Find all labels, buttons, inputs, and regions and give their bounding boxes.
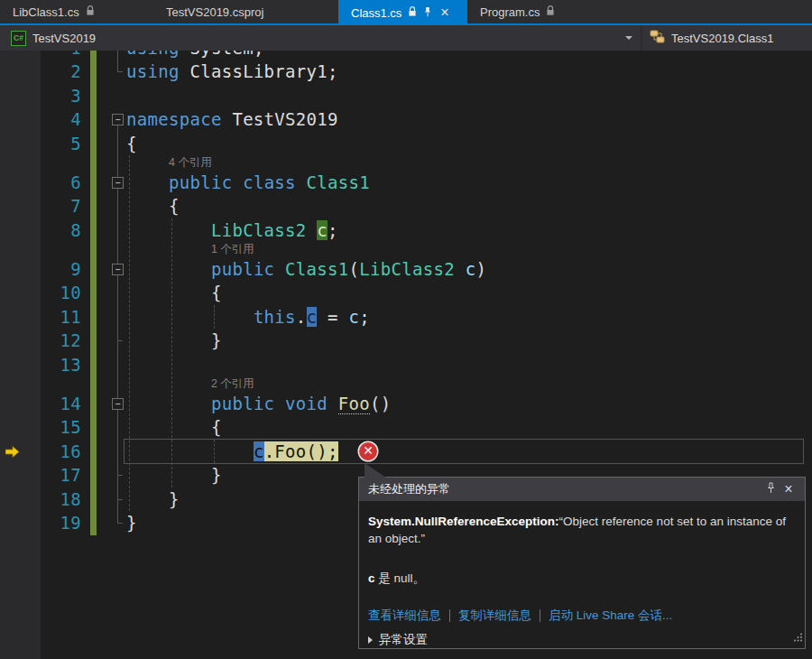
line-number: 10 [0, 281, 81, 305]
line-number: 18 [0, 487, 81, 512]
line-number: 19 [0, 511, 81, 535]
code-text: c.Foo(); [126, 440, 338, 464]
line-number: 2 [0, 60, 81, 84]
tab-label: TestVS2019.csproj [166, 5, 263, 19]
pin-icon[interactable] [423, 6, 432, 20]
pin-icon[interactable] [761, 482, 780, 497]
codelens-references[interactable]: 2 个引用 [211, 376, 254, 392]
code-text: using ClassLibrary1; [126, 60, 338, 84]
navigation-bar: C# TestVS2019 TestVS2019.Class1 [0, 25, 812, 51]
code-line[interactable]: 7 { [0, 194, 812, 218]
exception-popup-body: System.NullReferenceException:“Object re… [359, 501, 805, 648]
code-line[interactable]: 2using ClassLibrary1; [0, 60, 812, 84]
code-text: { [126, 281, 222, 305]
code-line[interactable]: 3 [0, 84, 812, 108]
code-text: { [126, 415, 222, 440]
exception-links: 查看详细信息 复制详细信息 启动 Live Share 会话... [368, 607, 795, 624]
exception-popup: 未经处理的异常 × System.NullReferenceException:… [358, 477, 806, 649]
chevron-down-icon [625, 36, 632, 40]
code-text: LibClass2 c; [126, 218, 338, 243]
code-line[interactable]: 12 } [0, 329, 812, 353]
line-number: 11 [0, 305, 81, 330]
codelens-references[interactable]: 1 个引用 [211, 242, 254, 257]
code-text: public class Class1 [126, 171, 370, 195]
line-number: 9 [0, 257, 81, 282]
project-dropdown[interactable]: C# TestVS2019 [0, 25, 642, 51]
code-line[interactable]: 1using System; [0, 51, 812, 60]
line-number: 8 [0, 218, 81, 243]
live-share-link[interactable]: 启动 Live Share 会话... [549, 607, 672, 624]
popup-callout-arrow [364, 463, 386, 478]
tab-label: Class1.cs [351, 6, 401, 20]
code-line[interactable]: 9− public Class1(LibClass2 c) [0, 257, 812, 282]
tab-label: LibClass1.cs [13, 5, 79, 19]
code-line[interactable]: 14− public void Foo() [0, 392, 812, 416]
project-name: TestVS2019 [32, 32, 96, 45]
code-text: { [126, 194, 180, 218]
code-text: } [126, 329, 222, 353]
line-number: 17 [0, 463, 81, 487]
exception-message: System.NullReferenceException:“Object re… [368, 513, 795, 547]
code-text: using System; [126, 51, 264, 60]
line-number: 14 [0, 392, 81, 416]
line-number: 6 [0, 171, 81, 195]
code-line[interactable]: 8 LibClass2 c; [0, 218, 812, 243]
code-text: } [126, 463, 222, 487]
collapse-box[interactable]: − [112, 177, 124, 189]
lock-icon [86, 5, 95, 19]
document-tab[interactable]: Class1.cs× [338, 0, 467, 25]
code-line[interactable]: 6− public class Class1 [0, 171, 812, 195]
code-line[interactable]: 11 this.c = c; [0, 305, 812, 330]
exception-popup-title: 未经处理的异常 [368, 481, 761, 497]
exception-settings-expander[interactable]: 异常设置 [368, 631, 795, 648]
collapse-box[interactable]: − [112, 264, 124, 275]
line-number: 13 [0, 353, 81, 377]
collapse-box[interactable]: − [112, 398, 124, 410]
tab-bar: LibClass1.csTestVS2019.csprojClass1.cs×P… [0, 0, 812, 25]
exception-type: System.NullReferenceException: [368, 515, 559, 528]
code-text: { [126, 132, 137, 156]
document-tab[interactable]: LibClass1.cs [0, 0, 153, 23]
line-number: 7 [0, 194, 81, 218]
tab-label: Program.cs [480, 5, 540, 19]
line-number: 15 [0, 415, 81, 440]
code-text: } [126, 487, 180, 512]
csharp-project-icon: C# [11, 31, 26, 46]
lock-icon [408, 6, 417, 20]
resize-grip[interactable] [793, 630, 803, 646]
view-details-link[interactable]: 查看详细信息 [368, 607, 441, 624]
code-text: namespace TestVS2019 [126, 107, 338, 132]
line-number: 3 [0, 84, 81, 108]
line-number: 1 [0, 51, 81, 60]
exception-detail: c 是 null。 [368, 570, 795, 587]
code-text: public Class1(LibClass2 c) [126, 257, 486, 282]
codelens-references[interactable]: 4 个引用 [169, 155, 212, 171]
lock-icon [546, 5, 555, 19]
line-number: 4 [0, 107, 81, 132]
code-line[interactable]: 13 [0, 353, 812, 377]
line-number: 5 [0, 132, 81, 156]
code-line[interactable]: 16 c.Foo(); [0, 440, 812, 464]
exception-popup-header: 未经处理的异常 × [359, 478, 805, 501]
code-text: } [126, 511, 137, 535]
type-dropdown[interactable]: TestVS2019.Class1 [642, 25, 812, 51]
class-icon [650, 30, 665, 46]
code-line[interactable]: 4−namespace TestVS2019 [0, 107, 812, 132]
code-line[interactable]: 10 { [0, 281, 812, 305]
document-tab[interactable]: Program.cs [467, 0, 586, 23]
code-line[interactable]: 5{ [0, 132, 812, 156]
line-number: 16 [0, 440, 81, 464]
code-text: this.c = c; [126, 305, 370, 330]
code-line[interactable]: 15 { [0, 415, 812, 440]
collapse-box[interactable]: − [112, 114, 124, 125]
code-text: public void Foo() [126, 392, 392, 416]
expander-triangle-icon [368, 636, 373, 644]
close-icon[interactable]: × [440, 6, 448, 19]
close-icon[interactable]: × [780, 482, 798, 497]
copy-details-link[interactable]: 复制详细信息 [458, 607, 531, 624]
line-number: 12 [0, 329, 81, 353]
type-name: TestVS2019.Class1 [671, 32, 773, 45]
document-tab[interactable]: TestVS2019.csproj [153, 0, 338, 23]
